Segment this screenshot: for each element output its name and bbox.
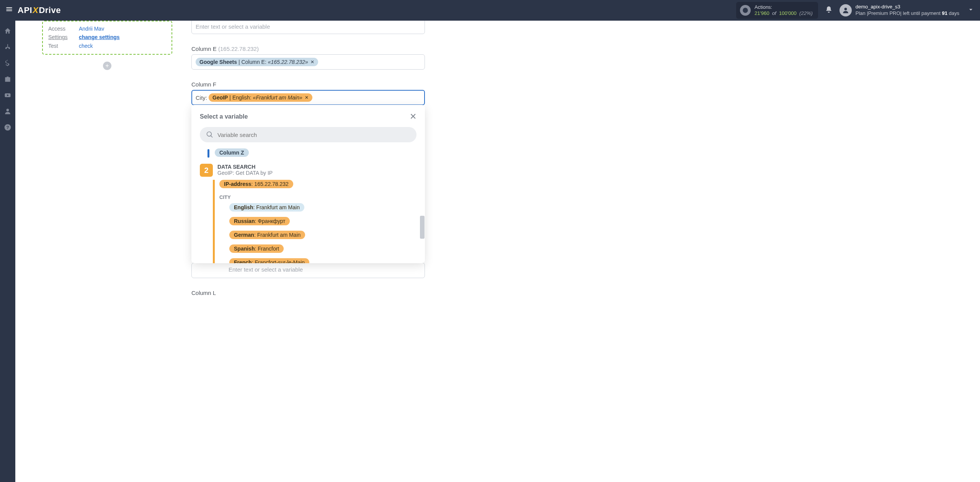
variable-search[interactable] bbox=[200, 127, 416, 142]
source-settings-label: Settings bbox=[48, 33, 79, 41]
step-subtitle: GeoIP: Get DATA by IP bbox=[217, 170, 273, 176]
field-input-col-f[interactable]: City: GeoIP | English: «Frankfurt am Mai… bbox=[191, 90, 425, 105]
brand-x: X bbox=[33, 5, 38, 15]
sidebar: ? bbox=[0, 21, 15, 482]
field-input-col-d[interactable]: Enter text or select a variable bbox=[191, 21, 425, 34]
source-card: AccessAndrii Mav Settingschange settings… bbox=[42, 21, 172, 55]
field-input-hidden-peek[interactable]: Enter text or Enter text or select a var… bbox=[191, 263, 425, 278]
chip-remove-icon[interactable]: ✕ bbox=[310, 59, 314, 65]
add-step-button[interactable]: + bbox=[103, 62, 111, 70]
actions-used: 21'960 bbox=[755, 10, 769, 16]
source-access-link[interactable]: Andrii Mav bbox=[79, 24, 104, 33]
nav-dollar-icon[interactable] bbox=[0, 55, 15, 71]
source-settings-link[interactable]: change settings bbox=[79, 33, 120, 41]
step-number-badge: 2 bbox=[200, 164, 213, 177]
step-title: DATA SEARCH bbox=[217, 164, 273, 170]
nav-sitemap-icon[interactable] bbox=[0, 39, 15, 55]
chip-col-e[interactable]: Google Sheets | Column E: «165.22.78.232… bbox=[196, 58, 318, 66]
account-plan: Plan |Premium PRO| left until payment 91… bbox=[856, 10, 959, 17]
scrollbar-thumb[interactable] bbox=[420, 216, 425, 239]
brand-logo[interactable]: APIXDrive bbox=[18, 5, 61, 15]
variable-city-spanish[interactable]: Spanish: Francfort bbox=[229, 244, 284, 253]
step-indicator-bar bbox=[207, 149, 209, 158]
main-content: AccessAndrii Mav Settingschange settings… bbox=[15, 21, 980, 482]
source-test-link[interactable]: check bbox=[79, 42, 93, 50]
field-input-col-e[interactable]: Google Sheets | Column E: «165.22.78.232… bbox=[191, 54, 425, 70]
brand-part2: Drive bbox=[39, 5, 61, 15]
actions-summary[interactable]: i Actions: 21'960 of 100'000 (22%) bbox=[736, 2, 818, 19]
field-label-col-e: Column E (165.22.78.232) bbox=[191, 46, 425, 52]
brand-part1: API bbox=[18, 5, 32, 15]
info-icon: i bbox=[740, 5, 751, 16]
svg-text:?: ? bbox=[6, 125, 9, 130]
chip-remove-icon[interactable]: ✕ bbox=[305, 95, 309, 100]
nav-home-icon[interactable] bbox=[0, 23, 15, 39]
source-test-label: Test bbox=[48, 42, 79, 50]
actions-of: of bbox=[772, 10, 776, 16]
actions-total: 100'000 bbox=[779, 10, 797, 16]
chevron-down-icon[interactable] bbox=[967, 6, 975, 15]
variable-column-z[interactable]: Column Z bbox=[215, 148, 249, 157]
actions-pct: (22%) bbox=[799, 10, 813, 16]
source-access-label: Access bbox=[48, 24, 79, 33]
section-city: CITY bbox=[219, 194, 414, 200]
variable-panel-title: Select a variable bbox=[200, 113, 248, 120]
actions-label: Actions: bbox=[755, 4, 813, 10]
field-label-col-f: Column F bbox=[191, 81, 425, 88]
chip-col-f[interactable]: GeoIP | English: «Frankfurt am Main» ✕ bbox=[209, 93, 312, 102]
nav-help-icon[interactable]: ? bbox=[0, 119, 15, 135]
svg-point-4 bbox=[7, 109, 9, 111]
variable-search-input[interactable] bbox=[217, 132, 410, 138]
nav-video-icon[interactable] bbox=[0, 87, 15, 103]
variable-city-french[interactable]: French: Francfort-sur-le-Main bbox=[229, 258, 309, 263]
account-menu[interactable]: demo_apix-drive_s3 Plan |Premium PRO| le… bbox=[840, 4, 959, 17]
nav-user-icon[interactable] bbox=[0, 103, 15, 119]
svg-point-2 bbox=[844, 8, 847, 10]
avatar-icon bbox=[840, 4, 852, 16]
field-label-col-l: Column L bbox=[191, 290, 425, 296]
variable-panel: Select a variable ✕ Column Z 2 bbox=[191, 105, 425, 263]
svg-text:i: i bbox=[745, 8, 746, 12]
menu-icon[interactable] bbox=[5, 5, 13, 15]
close-icon[interactable]: ✕ bbox=[410, 112, 416, 122]
bell-icon[interactable] bbox=[825, 6, 833, 15]
account-username: demo_apix-drive_s3 bbox=[856, 4, 959, 10]
field-colf-prefix: City: bbox=[196, 94, 207, 101]
topbar: APIXDrive i Actions: 21'960 of 100'000 (… bbox=[0, 0, 980, 21]
variable-city-russian[interactable]: Russian: Франкфурт bbox=[229, 217, 290, 225]
variable-city-german[interactable]: German: Frankfurt am Main bbox=[229, 231, 305, 239]
variable-ip-address[interactable]: IP-address: 165.22.78.232 bbox=[219, 180, 293, 188]
search-icon bbox=[206, 131, 214, 138]
variable-city-english[interactable]: English: Frankfurt am Main bbox=[229, 203, 304, 212]
nav-briefcase-icon[interactable] bbox=[0, 71, 15, 87]
